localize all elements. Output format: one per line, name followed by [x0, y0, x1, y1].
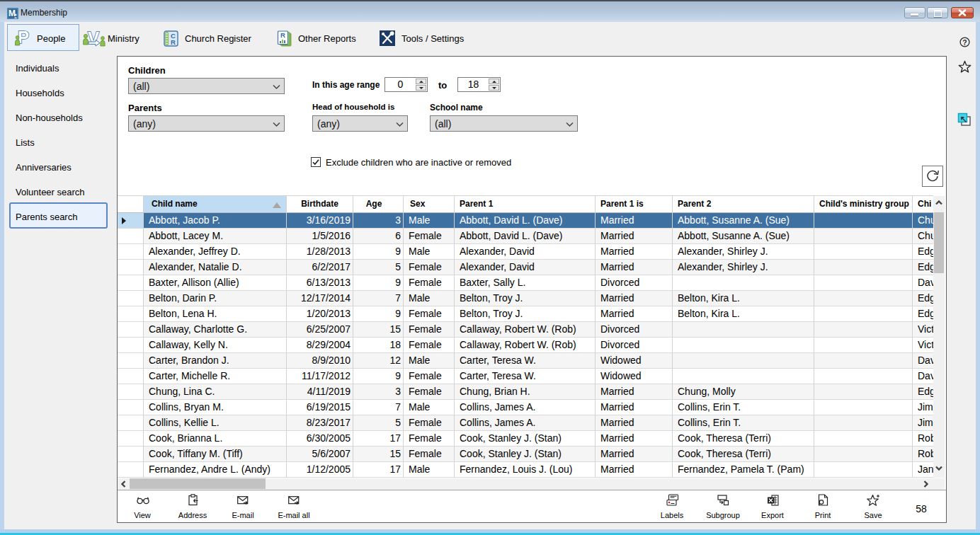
svg-text:R: R	[171, 38, 176, 46]
svg-text:M: M	[8, 8, 16, 18]
svg-text:R: R	[280, 31, 285, 39]
svg-text:?: ?	[962, 38, 967, 47]
